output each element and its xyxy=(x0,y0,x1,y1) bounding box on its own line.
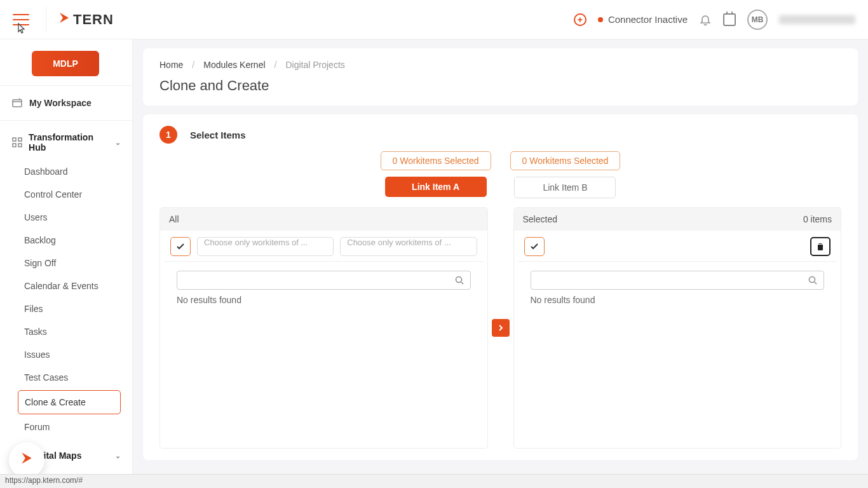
svg-rect-3 xyxy=(13,144,16,147)
workspace-label: My Workspace xyxy=(29,98,92,108)
sidebar-item-forum[interactable]: Forum xyxy=(0,416,132,438)
notifications-icon[interactable] xyxy=(699,13,712,26)
logo[interactable]: TERN xyxy=(58,11,114,28)
svg-rect-0 xyxy=(13,100,22,107)
header-card: Home / Modules Kernel / Digital Projects… xyxy=(143,48,858,105)
user-name-blurred xyxy=(779,15,855,24)
grid-icon xyxy=(11,137,22,148)
sidebar-item-backlog[interactable]: Backlog xyxy=(0,229,132,252)
target-search-input[interactable] xyxy=(531,271,825,290)
sidebar-item-workspace[interactable]: My Workspace xyxy=(0,90,132,116)
chevron-down-icon: ⌄ xyxy=(115,452,121,460)
logo-mark-icon xyxy=(58,11,71,27)
search-icon xyxy=(808,276,817,285)
selected-count-badge-b: 0 Workitems Selected xyxy=(510,151,621,170)
source-pane: All Choose only workitems of ... Choose … xyxy=(159,207,488,449)
link-item-b-button[interactable]: Link Item B xyxy=(514,177,616,198)
sidebar-item-files[interactable]: Files xyxy=(0,297,132,320)
delete-button[interactable] xyxy=(810,237,831,256)
svg-rect-1 xyxy=(13,138,16,141)
svg-rect-4 xyxy=(18,144,22,147)
workspace-icon xyxy=(11,97,23,109)
search-icon xyxy=(455,276,464,285)
calendar-icon[interactable] xyxy=(723,13,736,26)
sidebar-item-calendar[interactable]: Calendar & Events xyxy=(0,274,132,297)
fab-logo-icon xyxy=(20,451,34,469)
step-number-badge: 1 xyxy=(159,126,177,144)
link-item-a-button[interactable]: Link Item A xyxy=(385,177,487,197)
sidebar-item-dashboard[interactable]: Dashboard xyxy=(0,160,132,183)
sidebar-section-transformation[interactable]: Transformation Hub ⌄ xyxy=(0,125,132,160)
svg-rect-2 xyxy=(18,138,22,141)
breadcrumb-current: Digital Projects xyxy=(285,60,344,70)
breadcrumb-home[interactable]: Home xyxy=(159,60,183,70)
source-search-input[interactable] xyxy=(177,271,471,290)
breadcrumb: Home / Modules Kernel / Digital Projects xyxy=(159,60,841,70)
sidebar-item-tasks[interactable]: Tasks xyxy=(0,320,132,343)
top-header: TERN + Connector Inactive MB xyxy=(0,0,868,39)
fab-button[interactable] xyxy=(9,442,44,478)
main-content: Home / Modules Kernel / Digital Projects… xyxy=(133,39,868,488)
svg-point-6 xyxy=(456,277,461,283)
breadcrumb-modules[interactable]: Modules Kernel xyxy=(203,60,265,70)
sidebar-item-issues[interactable]: Issues xyxy=(0,343,132,366)
filter-input-2[interactable]: Choose only workitems of ... xyxy=(340,237,477,256)
user-avatar[interactable]: MB xyxy=(747,10,768,30)
transformation-label: Transformation Hub xyxy=(29,132,109,152)
sidebar-item-testcases[interactable]: Test Cases xyxy=(0,366,132,389)
add-button-icon[interactable]: + xyxy=(574,13,587,26)
browser-status-bar: https://app.ktern.com/# xyxy=(0,474,868,488)
link-controls: 0 Workitems Selected Link Item A 0 Worki… xyxy=(159,151,841,198)
sidebar-item-control-center[interactable]: Control Center xyxy=(0,183,132,206)
step-label: Select Items xyxy=(190,130,246,140)
svg-point-7 xyxy=(810,277,815,283)
source-no-results: No results found xyxy=(177,295,471,305)
page-title: Clone and Create xyxy=(159,78,841,94)
breadcrumb-sep: / xyxy=(192,60,194,70)
separator xyxy=(46,7,46,32)
cursor-icon xyxy=(15,23,28,40)
dual-pane: All Choose only workitems of ... Choose … xyxy=(159,207,841,449)
target-pane-count: 0 items xyxy=(803,214,832,224)
connector-status[interactable]: Connector Inactive xyxy=(598,14,688,25)
chevron-down-icon: ⌄ xyxy=(115,139,121,147)
filter-input-1[interactable]: Choose only workitems of ... xyxy=(197,237,334,256)
target-pane: Selected 0 items xyxy=(513,207,842,449)
selected-count-badge-a: 0 Workitems Selected xyxy=(381,151,491,170)
menu-toggle-icon[interactable] xyxy=(13,14,29,25)
source-pane-title: All xyxy=(169,214,179,224)
breadcrumb-sep: / xyxy=(275,60,277,70)
mdlp-button[interactable]: MDLP xyxy=(32,51,99,76)
connector-status-text: Connector Inactive xyxy=(608,14,688,25)
logo-text: TERN xyxy=(73,11,114,28)
sidebar: MDLP My Workspace Transformation Hub ⌄ D… xyxy=(0,39,133,488)
target-no-results: No results found xyxy=(531,295,825,305)
trash-icon xyxy=(816,242,825,251)
step-card: 1 Select Items 0 Workitems Selected Link… xyxy=(143,114,858,460)
target-pane-title: Selected xyxy=(523,214,557,224)
sidebar-item-users[interactable]: Users xyxy=(0,206,132,229)
sidebar-item-clone-create[interactable]: Clone & Create xyxy=(18,390,121,414)
status-dot-icon xyxy=(598,17,603,22)
target-select-all-checkbox[interactable] xyxy=(524,237,545,256)
select-all-checkbox[interactable] xyxy=(170,237,191,256)
transfer-right-button[interactable] xyxy=(492,319,510,337)
sidebar-item-signoff[interactable]: Sign Off xyxy=(0,252,132,274)
